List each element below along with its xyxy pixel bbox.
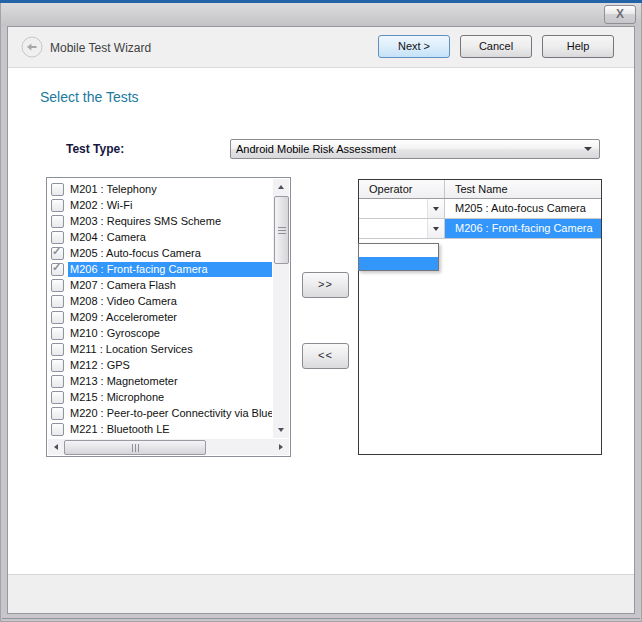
list-item-label: M212 : GPS — [68, 358, 272, 373]
list-item-label: M201 : Telephony — [68, 182, 272, 197]
list-item[interactable]: M201 : Telephony — [48, 181, 272, 197]
checkbox[interactable] — [51, 215, 64, 228]
dialog-footer — [8, 574, 634, 613]
chevron-down-icon — [584, 147, 592, 151]
list-item[interactable]: M213 : Magnetometer — [48, 373, 272, 389]
list-item-label: M208 : Video Camera — [68, 294, 272, 309]
checkbox[interactable] — [51, 391, 64, 404]
list-item[interactable]: M202 : Wi-Fi — [48, 197, 272, 213]
chevron-down-icon — [433, 227, 439, 231]
selected-tests-table: Operator Test Name M205 : Auto-focus Cam… — [358, 179, 602, 455]
scroll-left-icon — [54, 444, 58, 450]
list-item[interactable]: M207 : Camera Flash — [48, 277, 272, 293]
checkbox[interactable] — [51, 407, 64, 420]
list-item-label: M207 : Camera Flash — [68, 278, 272, 293]
table-header: Operator Test Name — [359, 180, 601, 199]
remove-tests-button[interactable]: << — [302, 343, 349, 369]
list-item[interactable]: M205 : Auto-focus Camera — [48, 245, 272, 261]
chevron-down-icon — [433, 207, 439, 211]
checkbox[interactable] — [51, 423, 64, 436]
table-row[interactable]: M205 : Auto-focus Camera — [359, 199, 601, 219]
back-button[interactable] — [21, 36, 43, 58]
available-tests-items: M201 : Telephony M202 : Wi-Fi M203 : Req… — [48, 179, 272, 438]
horizontal-scrollbar[interactable] — [48, 439, 289, 455]
thumb-grip-icon — [278, 227, 286, 234]
list-item-label: M221 : Bluetooth LE — [68, 422, 272, 437]
horizontal-scroll-thumb[interactable] — [64, 440, 206, 455]
list-item-label: M213 : Magnetometer — [68, 374, 272, 389]
close-icon: X — [616, 7, 624, 21]
list-item-label: M206 : Front-facing Camera — [68, 262, 272, 277]
scroll-down-icon — [278, 428, 284, 432]
test-type-select[interactable]: Android Mobile Risk Assessment — [230, 139, 600, 159]
list-item[interactable]: M203 : Requires SMS Scheme — [48, 213, 272, 229]
close-button[interactable]: X — [604, 5, 636, 24]
wizard-window: X Mobile Test Wizard Select the Tests Te… — [0, 0, 642, 622]
list-item-label: M204 : Camera — [68, 230, 272, 245]
list-item[interactable]: M206 : Front-facing Camera — [48, 261, 272, 277]
cancel-button[interactable]: Cancel — [460, 35, 532, 58]
thumb-grip-icon — [132, 444, 139, 452]
list-item[interactable]: M204 : Camera — [48, 229, 272, 245]
window-frame-edge — [2, 618, 640, 619]
available-tests-listbox: M201 : Telephony M202 : Wi-Fi M203 : Req… — [46, 177, 291, 457]
test-name-cell: M205 : Auto-focus Camera — [445, 199, 601, 218]
back-arrow-icon — [21, 44, 43, 61]
wizard-header: Mobile Test Wizard — [8, 27, 634, 68]
operator-option[interactable] — [359, 244, 438, 257]
checkbox[interactable] — [51, 295, 64, 308]
checkbox[interactable] — [51, 263, 64, 276]
list-item[interactable]: M220 : Peer-to-peer Connectivity via Blu… — [48, 405, 272, 421]
checkbox[interactable] — [51, 359, 64, 372]
scroll-right-button[interactable] — [273, 439, 289, 455]
test-type-label: Test Type: — [66, 142, 124, 156]
wizard-dialog: Mobile Test Wizard Select the Tests Test… — [7, 26, 635, 614]
operator-dropdown-button[interactable] — [427, 219, 444, 238]
checkbox[interactable] — [51, 247, 64, 260]
test-type-value: Android Mobile Risk Assessment — [236, 143, 396, 155]
checkbox[interactable] — [51, 231, 64, 244]
operator-cell[interactable] — [359, 219, 445, 238]
list-item[interactable]: M215 : Microphone — [48, 389, 272, 405]
page-heading: Select the Tests — [40, 89, 139, 105]
list-item-label: M205 : Auto-focus Camera — [68, 246, 272, 261]
list-item[interactable]: M209 : Accelerometer — [48, 309, 272, 325]
list-item[interactable]: M210 : Gyroscope — [48, 325, 272, 341]
scroll-up-icon — [278, 185, 284, 189]
checkbox[interactable] — [51, 375, 64, 388]
list-item-label: M215 : Microphone — [68, 390, 272, 405]
scroll-down-button[interactable] — [273, 422, 289, 438]
test-name-cell: M206 : Front-facing Camera — [445, 219, 601, 238]
table-row[interactable]: M206 : Front-facing Camera — [359, 219, 601, 239]
checkbox[interactable] — [51, 199, 64, 212]
list-item[interactable]: M212 : GPS — [48, 357, 272, 373]
scroll-up-button[interactable] — [273, 179, 289, 195]
titlebar[interactable] — [1, 3, 641, 26]
operator-option[interactable] — [359, 257, 438, 270]
checkbox[interactable] — [51, 327, 64, 340]
list-item-label: M202 : Wi-Fi — [68, 198, 272, 213]
list-item-label: M203 : Requires SMS Scheme — [68, 214, 272, 229]
add-tests-button[interactable]: >> — [302, 272, 349, 298]
checkbox[interactable] — [51, 183, 64, 196]
column-header-operator[interactable]: Operator — [359, 180, 445, 198]
operator-cell[interactable] — [359, 199, 445, 218]
list-item[interactable]: M221 : Bluetooth LE — [48, 421, 272, 437]
checkbox[interactable] — [51, 311, 64, 324]
list-item[interactable]: M211 : Location Services — [48, 341, 272, 357]
scroll-left-button[interactable] — [48, 439, 64, 455]
checkbox[interactable] — [51, 343, 64, 356]
vertical-scrollbar[interactable] — [273, 179, 289, 438]
wizard-title: Mobile Test Wizard — [50, 41, 151, 55]
list-item-label: M210 : Gyroscope — [68, 326, 272, 341]
vertical-scroll-thumb[interactable] — [274, 196, 289, 264]
operator-dropdown-button[interactable] — [427, 199, 444, 218]
checkbox[interactable] — [51, 279, 64, 292]
operator-options-popup — [358, 243, 439, 271]
list-item-label: M211 : Location Services — [68, 342, 272, 357]
help-button[interactable]: Help — [542, 35, 614, 58]
next-button[interactable]: Next > — [378, 35, 450, 58]
column-header-test-name[interactable]: Test Name — [445, 180, 601, 198]
list-item-label: M209 : Accelerometer — [68, 310, 272, 325]
list-item[interactable]: M208 : Video Camera — [48, 293, 272, 309]
